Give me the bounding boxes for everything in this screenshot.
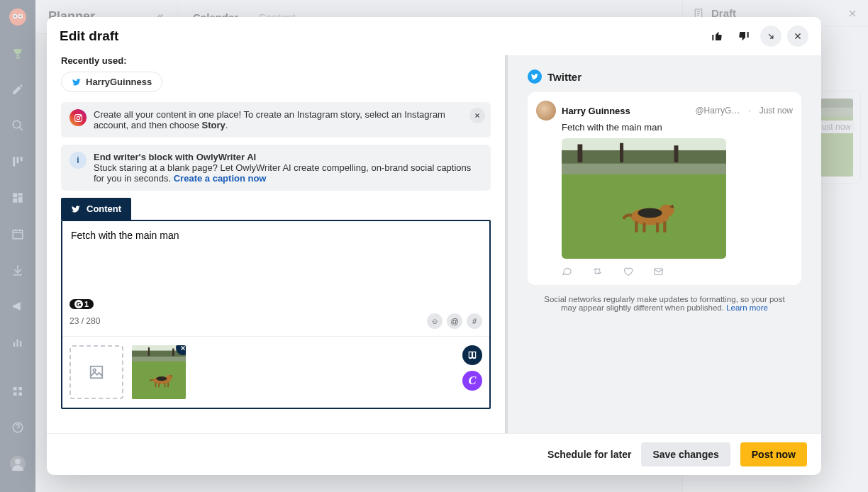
recently-used-label: Recently used: <box>61 55 491 66</box>
twitter-icon <box>528 69 542 84</box>
media-library-icon[interactable] <box>462 345 482 365</box>
reply-icon <box>562 266 572 276</box>
grammarly-badge[interactable]: 1 <box>69 299 94 309</box>
preview-column: Twitter Harry Guinness @HarryG… · Just n… <box>508 55 821 433</box>
learn-more-link[interactable]: Learn more <box>726 303 768 312</box>
tweet-image <box>562 138 726 259</box>
thumbs-down-icon[interactable] <box>733 26 755 47</box>
media-thumbnail[interactable] <box>132 345 186 399</box>
save-changes-button[interactable]: Save changes <box>641 442 730 466</box>
tweet-time: Just now <box>760 106 793 116</box>
tweet-preview: Harry Guinness @HarryG… · Just now Fetch… <box>528 92 801 285</box>
close-modal-icon[interactable] <box>787 26 808 47</box>
preview-network-label: Twitter <box>547 71 582 83</box>
content-tab[interactable]: Content <box>61 198 131 220</box>
create-caption-link[interactable]: Create a caption now <box>174 173 267 184</box>
hashtag-icon[interactable]: # <box>467 313 482 329</box>
author-handle: @HarryG… <box>695 106 740 116</box>
image-placeholder-icon <box>89 364 104 380</box>
canva-icon[interactable]: C <box>462 371 482 391</box>
svg-rect-45 <box>91 367 103 379</box>
like-icon <box>623 266 633 276</box>
emoji-picker-icon[interactable]: ☺ <box>427 313 443 329</box>
tweet-text: Fetch with the main man <box>536 121 793 138</box>
share-icon <box>653 266 664 276</box>
author-name: Harry Guinness <box>562 106 630 116</box>
info-icon: i <box>69 152 87 169</box>
account-chip-label: HarryGuinness <box>86 77 152 87</box>
content-editor: 1 23 / 280 ☺ @ # <box>61 220 491 409</box>
account-chip[interactable]: HarryGuinness <box>61 72 162 92</box>
post-textarea[interactable] <box>62 221 489 289</box>
mention-icon[interactable]: @ <box>447 313 462 329</box>
add-media-button[interactable] <box>69 345 123 399</box>
editor-column: Recently used: HarryGuinness Create all … <box>47 55 508 433</box>
instagram-banner: Create all your content in one place! To… <box>61 102 491 138</box>
svg-point-43 <box>77 116 79 119</box>
svg-point-44 <box>79 115 80 116</box>
ai-banner-title: End writer's block with OwlyWriter AI <box>94 152 256 162</box>
thumbs-up-icon[interactable] <box>706 26 728 47</box>
instagram-icon <box>69 109 87 126</box>
owlywriter-banner: i End writer's block with OwlyWriter AI … <box>61 145 491 191</box>
minimize-icon[interactable] <box>760 26 781 47</box>
edit-draft-modal: Edit draft Recently used: HarryGuinness … <box>47 17 821 475</box>
modal-title: Edit draft <box>60 28 118 44</box>
svg-point-46 <box>93 369 96 371</box>
twitter-icon <box>72 77 82 87</box>
twitter-icon <box>71 204 81 214</box>
close-banner-icon[interactable] <box>469 108 485 123</box>
char-counter: 23 / 280 <box>69 316 100 326</box>
modal-footer: Schedule for later Save changes Post now <box>47 433 821 475</box>
schedule-button[interactable]: Schedule for later <box>547 449 631 460</box>
post-now-button[interactable]: Post now <box>740 442 807 466</box>
retweet-icon <box>592 266 603 276</box>
preview-disclaimer: Social networks regularly make updates t… <box>528 295 801 312</box>
author-avatar <box>536 101 556 121</box>
